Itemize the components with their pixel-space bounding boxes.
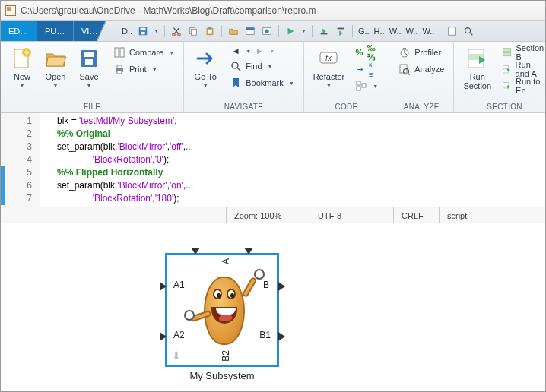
port-right-1[interactable] [278, 283, 286, 290]
quick-shortcut[interactable]: D.. [121, 27, 133, 36]
status-encoding[interactable]: UTF-8 [310, 207, 393, 223]
toolstrip-tabs: ED… PU… VI… D.. ▼ ▼ G.. H.. W.. W.. W.. [1, 21, 545, 42]
sim-icon[interactable] [260, 24, 274, 38]
svg-rect-27 [117, 71, 122, 74]
section-break-icon [502, 46, 512, 58]
run-advance-icon [502, 63, 512, 75]
open-button[interactable]: Open▼ [40, 45, 71, 90]
code-editor[interactable]: 1234567 blk = 'testMdl/My Subsystem';%% … [1, 113, 545, 207]
find-button[interactable]: Find▼ [227, 58, 297, 74]
code-area[interactable]: blk = 'testMdl/My Subsystem';%% Original… [40, 113, 545, 207]
port-label-a1: A1 [173, 280, 185, 290]
group-file: New▼ Open▼ Save▼ Compare▼ Print▼ [1, 42, 184, 112]
step-icon[interactable] [317, 24, 331, 38]
svg-rect-41 [503, 53, 511, 56]
window-title: C:\Users\grouleau\OneDrive - MathWorks\B… [21, 5, 316, 16]
save-button[interactable]: Save▼ [74, 45, 104, 90]
step-out-icon[interactable] [334, 24, 348, 38]
analyze-button[interactable]: Analyze [395, 62, 447, 77]
group-section: Run Section Section B Run and A Run to E… [454, 42, 546, 112]
profiler-button[interactable]: Profiler [395, 45, 447, 60]
section-break-button[interactable]: Section B [499, 45, 546, 60]
prefs-icon[interactable] [243, 24, 257, 38]
nav-arrows[interactable]: ◄▼ ►▼ [227, 45, 297, 57]
quick-shortcut-w1[interactable]: W.. [389, 27, 402, 36]
port-top-2[interactable] [245, 248, 252, 255]
svg-rect-32 [357, 87, 360, 90]
status-eol[interactable]: CRLF [393, 207, 439, 223]
run-section-button[interactable]: Run Section [460, 45, 494, 92]
status-bar: Zoom: 100% UTF-8 CRLF script [1, 207, 545, 223]
compare-button[interactable]: Compare▼ [110, 45, 177, 60]
cut-icon[interactable] [170, 24, 183, 38]
ribbon: New▼ Open▼ Save▼ Compare▼ Print▼ [1, 42, 545, 113]
group-analyze: Profiler Analyze ANALYZE [389, 42, 454, 112]
tree-button[interactable]: ▼ [352, 78, 383, 93]
refactor-button[interactable]: fx Refactor▼ [310, 45, 348, 90]
doc-icon[interactable] [445, 24, 459, 38]
quick-shortcut-w2[interactable]: W.. [405, 27, 419, 36]
port-left-2[interactable] [160, 333, 167, 340]
svg-point-28 [232, 62, 238, 68]
title-bar: C:\Users\grouleau\OneDrive - MathWorks\B… [1, 1, 545, 21]
run-and-advance-button[interactable]: Run and A [499, 62, 546, 77]
goto-button[interactable]: Go To▼ [190, 45, 221, 90]
quick-shortcut-g[interactable]: G.. [357, 27, 370, 36]
model-canvas[interactable]: A A1 A2 B B1 B2 ⬇ My Subsystem [1, 235, 545, 391]
percent-button[interactable]: %‰ ⅗ [352, 45, 383, 60]
run-section-label: Run Section [463, 72, 491, 90]
svg-rect-26 [117, 65, 122, 68]
port-top-1[interactable] [192, 248, 199, 255]
status-zoom[interactable]: Zoom: 100% [226, 207, 310, 223]
port-right-2[interactable] [278, 333, 286, 340]
back-icon: ◄ [230, 45, 242, 57]
run-icon[interactable] [284, 24, 297, 38]
svg-rect-31 [357, 81, 360, 85]
svg-rect-21 [84, 52, 94, 57]
compare-icon [113, 46, 125, 58]
port-left-1[interactable] [160, 283, 167, 290]
svg-rect-14 [321, 33, 328, 34]
svg-point-13 [265, 29, 268, 33]
svg-rect-23 [115, 48, 119, 57]
tab-editor[interactable]: ED… [1, 21, 37, 41]
svg-rect-40 [503, 49, 511, 52]
indent-button[interactable]: ⇥⇤ ≡ [352, 62, 383, 77]
bookmark-button[interactable]: Bookmark▼ [227, 75, 297, 90]
svg-text:fx: fx [326, 54, 333, 62]
svg-rect-8 [208, 29, 211, 33]
paste-icon[interactable] [203, 24, 217, 38]
refactor-icon: fx [316, 46, 341, 71]
new-file-icon [10, 46, 34, 71]
copy-icon[interactable] [186, 24, 200, 38]
quick-shortcut-h[interactable]: H.. [373, 27, 386, 36]
quick-access-toolbar: D.. ▼ ▼ G.. H.. W.. W.. W.. [110, 21, 545, 41]
block-image [190, 263, 259, 362]
quick-shortcut-w3[interactable]: W.. [421, 27, 435, 36]
block-label[interactable]: My Subsystem [165, 370, 279, 381]
search-icon[interactable] [462, 24, 475, 38]
group-code: fx Refactor▼ %‰ ⅗ ⇥⇤ ≡ ▼ CODE [304, 42, 390, 112]
subsystem-block[interactable]: A A1 A2 B B1 B2 ⬇ [165, 253, 279, 367]
run-to-end-button[interactable]: Run to En [499, 78, 546, 93]
tab-publish[interactable]: PU… [37, 21, 74, 41]
svg-rect-11 [246, 27, 255, 30]
svg-rect-6 [191, 29, 196, 35]
port-label-b: B [263, 280, 269, 290]
svg-rect-24 [120, 48, 124, 57]
find-icon [230, 60, 242, 72]
status-type[interactable]: script [439, 207, 545, 223]
open-folder-icon[interactable] [227, 24, 240, 38]
save-icon [77, 46, 101, 71]
new-button[interactable]: New▼ [7, 45, 37, 90]
percent-icon: % [355, 46, 363, 58]
app-icon [5, 5, 16, 16]
print-icon [113, 63, 125, 75]
save-icon[interactable] [136, 24, 150, 38]
indent-icon: ⇥ [355, 63, 365, 75]
open-folder-icon [43, 46, 68, 71]
tree-icon [355, 80, 367, 92]
print-button[interactable]: Print▼ [110, 62, 177, 77]
down-arrow-icon: ⬇ [172, 349, 181, 362]
bookmark-icon [230, 77, 242, 89]
